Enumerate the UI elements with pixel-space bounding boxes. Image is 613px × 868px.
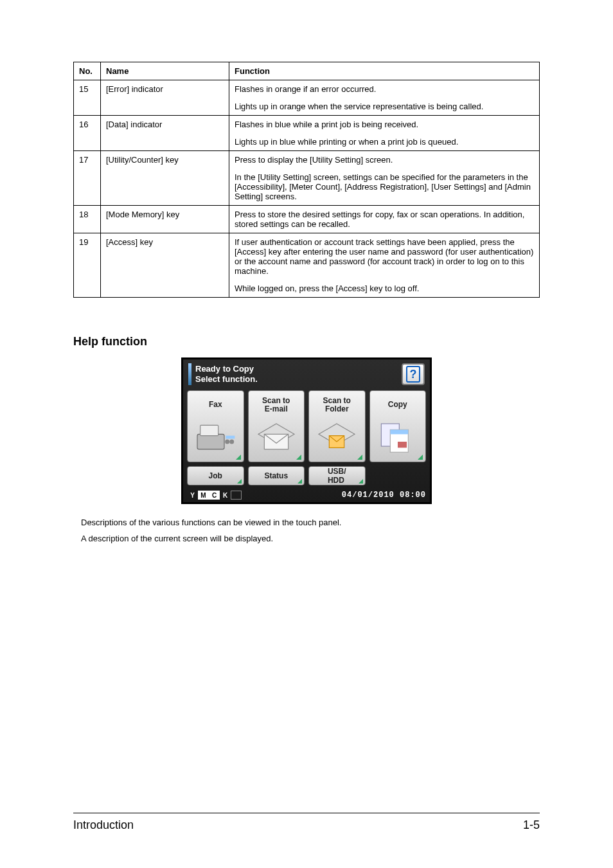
function-paragraph: Lights up in blue while printing or when… bbox=[235, 137, 534, 147]
table-row: 16[Data] indicatorFlashes in blue while … bbox=[74, 116, 540, 151]
toner-y-icon: Y bbox=[187, 491, 198, 500]
svg-rect-10 bbox=[390, 430, 408, 435]
mode-tile-scan-to-folder[interactable]: Scan toFolder bbox=[308, 390, 366, 462]
function-paragraph: Flashes in orange if an error occurred. bbox=[235, 84, 534, 94]
corner-indicator-icon bbox=[298, 479, 302, 484]
function-paragraph: Lights up in orange when the service rep… bbox=[235, 102, 534, 111]
panel-title: Ready to Copy Select function. bbox=[195, 364, 396, 385]
question-mark-icon: ? bbox=[406, 366, 420, 383]
function-paragraph: Flashes in blue while a print job is bei… bbox=[235, 120, 534, 129]
help-button[interactable]: ? bbox=[402, 363, 425, 385]
svg-rect-4 bbox=[226, 436, 235, 439]
toner-c-icon: C bbox=[209, 491, 220, 500]
corner-indicator-icon bbox=[357, 455, 362, 460]
corner-indicator-icon bbox=[359, 479, 363, 484]
mode-tile-scan-to-e-mail[interactable]: Scan toE-mail bbox=[248, 390, 305, 462]
cell-name: [Utility/Counter] key bbox=[101, 151, 229, 206]
header-accent-bar bbox=[188, 363, 191, 385]
table-row: 18[Mode Memory] keyPress to store the de… bbox=[74, 206, 540, 233]
svg-rect-0 bbox=[197, 435, 224, 449]
mode-tile-copy[interactable]: Copy bbox=[369, 390, 427, 462]
table-row: 19[Access] keyIf user authentication or … bbox=[74, 233, 540, 298]
svg-rect-11 bbox=[398, 442, 407, 448]
panel-title-line2: Select function. bbox=[195, 374, 396, 384]
cell-no: 17 bbox=[74, 151, 101, 206]
function-paragraph: Press to display the [Utility Setting] s… bbox=[235, 155, 534, 165]
cell-no: 18 bbox=[74, 206, 101, 233]
function-paragraph: While logged on, press the [Access] key … bbox=[235, 284, 534, 293]
cell-function: Flashes in blue while a print job is bei… bbox=[229, 116, 540, 151]
small-tile-status[interactable]: Status bbox=[248, 466, 305, 485]
toner-bar-icon bbox=[231, 491, 242, 500]
footer-left: Introduction bbox=[73, 818, 134, 832]
mode-tile-fax[interactable]: Fax bbox=[187, 390, 244, 462]
table-row: 17[Utility/Counter] keyPress to display … bbox=[74, 151, 540, 206]
corner-indicator-icon bbox=[237, 479, 242, 484]
toner-m-icon: M bbox=[198, 491, 209, 500]
function-paragraph: If user authentication or account track … bbox=[235, 237, 534, 276]
tile-art-icon bbox=[251, 414, 302, 459]
tile-art-icon bbox=[312, 414, 362, 459]
tile-art-icon bbox=[373, 414, 423, 459]
th-func: Function bbox=[229, 62, 540, 80]
corner-indicator-icon bbox=[236, 455, 241, 460]
tile-art-icon bbox=[190, 414, 241, 459]
spec-table: No. Name Function 15[Error] indicatorFla… bbox=[73, 62, 540, 298]
tile-label: Copy bbox=[388, 396, 407, 414]
cell-no: 16 bbox=[74, 116, 101, 151]
cell-name: [Mode Memory] key bbox=[101, 206, 229, 233]
help-desc-line: Descriptions of the various functions ca… bbox=[81, 517, 532, 529]
table-row: 15[Error] indicatorFlashes in orange if … bbox=[74, 80, 540, 116]
cell-function: Press to store the desired settings for … bbox=[229, 206, 540, 233]
cell-function: If user authentication or account track … bbox=[229, 233, 540, 298]
panel-title-line1: Ready to Copy bbox=[195, 364, 396, 374]
small-tile-usb-hdd[interactable]: USB/HDD bbox=[308, 466, 366, 485]
small-tile-label: Status bbox=[264, 471, 288, 480]
cell-name: [Data] indicator bbox=[101, 116, 229, 151]
cell-function: Press to display the [Utility Setting] s… bbox=[229, 151, 540, 206]
cell-name: [Access] key bbox=[101, 233, 229, 298]
cell-no: 19 bbox=[74, 233, 101, 298]
small-tile-label: Job bbox=[209, 471, 222, 480]
th-name: Name bbox=[101, 62, 229, 80]
corner-indicator-icon bbox=[296, 455, 301, 460]
tile-label: Scan toE-mail bbox=[262, 396, 290, 414]
touch-panel: Ready to Copy Select function. ? FaxScan… bbox=[181, 357, 432, 504]
small-tile-job[interactable]: Job bbox=[187, 466, 244, 485]
function-paragraph: In the [Utility Setting] screen, setting… bbox=[235, 172, 534, 201]
tile-label: Fax bbox=[209, 396, 222, 414]
svg-point-2 bbox=[225, 440, 229, 444]
cell-no: 15 bbox=[74, 80, 101, 116]
function-paragraph: Press to store the desired settings for … bbox=[235, 210, 534, 229]
corner-indicator-icon bbox=[418, 455, 423, 460]
cell-name: [Error] indicator bbox=[101, 80, 229, 116]
footer-right: 1-5 bbox=[523, 818, 540, 832]
svg-point-3 bbox=[229, 440, 234, 444]
toner-indicator: Y M C K bbox=[187, 491, 242, 500]
help-heading: Help function bbox=[73, 335, 540, 348]
panel-datetime: 04/01/2010 08:00 bbox=[342, 491, 426, 500]
tile-label: Scan toFolder bbox=[323, 396, 351, 414]
th-no: No. bbox=[74, 62, 101, 80]
cell-function: Flashes in orange if an error occurred.L… bbox=[229, 80, 540, 116]
svg-rect-1 bbox=[200, 426, 218, 436]
help-description: Descriptions of the various functions ca… bbox=[81, 517, 532, 545]
small-tile-label: USB/HDD bbox=[328, 467, 346, 485]
help-desc-line: A description of the current screen will… bbox=[81, 533, 532, 545]
toner-k-icon: K bbox=[220, 491, 231, 500]
